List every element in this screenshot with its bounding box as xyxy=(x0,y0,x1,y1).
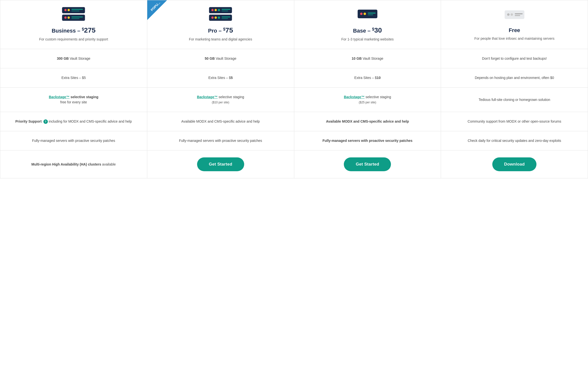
staging-subnote-pro: ($10 per site) xyxy=(212,101,229,104)
feature-support-base: Available MODX and CMS-specific advice a… xyxy=(294,112,441,131)
feature-storage-base: 10 GB Vault Storage xyxy=(294,49,441,68)
feature-support-free: Community support from MODX or other ope… xyxy=(441,112,588,131)
get-started-button-base[interactable]: Get Started xyxy=(344,157,391,171)
staging-subnote-base: ($25 per site) xyxy=(359,101,376,104)
plan-image-base xyxy=(353,5,382,22)
support-text-base: Available MODX and CMS-specific advice a… xyxy=(326,119,409,124)
svg-rect-4 xyxy=(72,10,80,11)
storage-amount-base: 10 GB xyxy=(352,56,362,60)
backstage-link-business[interactable]: Backstage™ xyxy=(49,95,70,99)
storage-amount-business: 300 GB xyxy=(57,56,69,60)
staging-text-base: Backstage™ selective staging ($25 per si… xyxy=(344,94,391,105)
feature-cta-business: Multi-region High Availability (HA) clus… xyxy=(0,150,147,178)
plan-header-pro: POPU... Pro – $75 For marketing team xyxy=(147,0,294,49)
feature-extrasites-pro: Extra Sites – $5 xyxy=(147,68,294,88)
plan-header-free: Free For people that love infosec and ma… xyxy=(441,0,588,49)
plan-desc-base: For 1-3 typical marketing websites xyxy=(341,37,394,42)
plan-title-business: Business – $275 xyxy=(52,26,95,34)
feature-extrasites-business: Extra Sites – $5 xyxy=(0,68,147,88)
feature-cta-free: Download xyxy=(441,150,588,178)
extrasites-text-pro: Extra Sites – $5 xyxy=(208,75,233,80)
svg-rect-3 xyxy=(72,9,83,10)
servers-text-free: Check daily for critical security update… xyxy=(468,138,561,143)
plan-desc-free: For people that love infosec and maintai… xyxy=(474,36,554,41)
download-button-free[interactable]: Download xyxy=(492,157,537,171)
servers-text-business: Fully-managed servers with proactive sec… xyxy=(32,138,115,143)
extrasites-text-business: Extra Sites – $5 xyxy=(61,75,86,80)
svg-rect-28 xyxy=(368,14,373,15)
plan-header-base: Base – $30 For 1-3 typical marketing web… xyxy=(294,0,441,49)
plan-title-base: Base – $30 xyxy=(353,26,382,34)
servers-text-base: Fully-managed servers with proactive sec… xyxy=(322,138,412,143)
staging-text-free: Tedious full-site cloning or homegrown s… xyxy=(478,97,550,102)
extrasites-text-base: Extra Sites – $10 xyxy=(354,75,381,80)
backstage-link-base[interactable]: Backstage™ xyxy=(344,95,365,99)
support-text-pro: Available MODX and CMS-specific advice a… xyxy=(181,119,260,124)
plan-title-pro: Pro – $75 xyxy=(208,26,233,34)
feature-storage-free: Don't forget to configure and test backu… xyxy=(441,49,588,68)
feature-extrasites-base: Extra Sites – $10 xyxy=(294,68,441,88)
help-icon-business: ? xyxy=(43,119,48,124)
svg-rect-9 xyxy=(72,18,80,19)
svg-rect-16 xyxy=(222,9,230,10)
svg-point-1 xyxy=(64,9,67,11)
support-text-free: Community support from MODX or other ope… xyxy=(468,119,561,124)
plan-desc-pro: For marketing teams and digital agencies xyxy=(189,37,252,42)
svg-point-26 xyxy=(364,13,366,15)
svg-rect-22 xyxy=(222,16,230,17)
svg-rect-27 xyxy=(368,13,376,14)
backstage-link-pro[interactable]: Backstage™ xyxy=(197,95,218,99)
plan-image-pro xyxy=(206,5,235,22)
svg-point-21 xyxy=(218,16,220,19)
svg-point-19 xyxy=(211,16,214,19)
svg-point-30 xyxy=(507,13,510,16)
svg-rect-17 xyxy=(222,10,228,11)
feature-servers-base: Fully-managed servers with proactive sec… xyxy=(294,131,441,150)
svg-point-31 xyxy=(511,13,513,16)
storage-note-free: Don't forget to configure and test backu… xyxy=(482,56,547,61)
staging-text-business: Backstage™ selective stagingfree for eve… xyxy=(49,94,98,105)
svg-rect-23 xyxy=(222,18,228,19)
feature-support-pro: Available MODX and CMS-specific advice a… xyxy=(147,112,294,131)
feature-servers-pro: Fully-managed servers with proactive sec… xyxy=(147,131,294,150)
popular-ribbon: POPU... xyxy=(147,0,172,25)
svg-point-14 xyxy=(215,9,217,11)
svg-point-20 xyxy=(215,16,217,19)
feature-staging-free: Tedious full-site cloning or homegrown s… xyxy=(441,88,588,112)
feature-servers-business: Fully-managed servers with proactive sec… xyxy=(0,131,147,150)
support-text-business: Priority Support ? including for MODX an… xyxy=(15,119,132,124)
get-started-button-pro[interactable]: Get Started xyxy=(197,157,244,171)
staging-text-pro: Backstage™ selective staging ($10 per si… xyxy=(197,94,244,105)
plan-header-business: Business – $275 For custom requirements … xyxy=(0,0,147,49)
svg-point-25 xyxy=(360,13,363,15)
svg-rect-33 xyxy=(515,15,520,16)
svg-point-7 xyxy=(68,16,70,19)
servers-text-pro: Fully-managed servers with proactive sec… xyxy=(179,138,262,143)
feature-support-business: Priority Support ? including for MODX an… xyxy=(0,112,147,131)
feature-storage-business: 300 GB Vault Storage xyxy=(0,49,147,68)
feature-cta-base: Get Started xyxy=(294,150,441,178)
feature-staging-pro: Backstage™ selective staging ($10 per si… xyxy=(147,88,294,112)
feature-servers-free: Check daily for critical security update… xyxy=(441,131,588,150)
plan-title-free: Free xyxy=(509,27,520,34)
svg-point-13 xyxy=(211,9,214,11)
svg-rect-8 xyxy=(72,16,83,17)
svg-point-6 xyxy=(64,16,67,19)
pricing-table: Business – $275 For custom requirements … xyxy=(0,0,588,178)
plan-desc-business: For custom requirements and priority sup… xyxy=(39,37,108,42)
plan-image-free xyxy=(500,6,529,23)
feature-extrasites-free: Depends on hosting plan and environment,… xyxy=(441,68,588,88)
svg-rect-32 xyxy=(515,13,523,14)
feature-staging-business: Backstage™ selective stagingfree for eve… xyxy=(0,88,147,112)
extrasites-text-free: Depends on hosting plan and environment,… xyxy=(475,75,554,80)
feature-storage-pro: 50 GB Vault Storage xyxy=(147,49,294,68)
feature-cta-pro: Get Started xyxy=(147,150,294,178)
plan-image-business xyxy=(59,5,88,22)
svg-point-2 xyxy=(68,9,70,11)
storage-amount-pro: 50 GB xyxy=(205,56,215,60)
ha-text-business: Multi-region High Availability (HA) clus… xyxy=(31,162,116,167)
feature-staging-base: Backstage™ selective staging ($25 per si… xyxy=(294,88,441,112)
svg-point-15 xyxy=(218,9,220,11)
